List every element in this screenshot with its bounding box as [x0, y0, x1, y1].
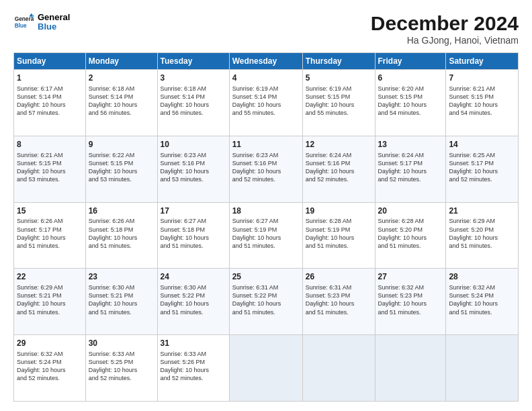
sunset: Sunset: 5:24 PM: [17, 358, 83, 366]
daylight-minutes: and 52 minutes.: [161, 374, 226, 382]
day-number: 1: [17, 73, 83, 84]
daylight-minutes: and 51 minutes.: [17, 308, 83, 316]
sunset: Sunset: 5:19 PM: [232, 226, 300, 234]
day-cell-26: 26 Sunrise: 6:31 AM Sunset: 5:23 PM Dayl…: [302, 269, 375, 335]
sunset: Sunset: 5:15 PM: [449, 93, 515, 101]
daylight-label: Daylight: 10 hours: [232, 101, 300, 109]
daylight-minutes: and 57 minutes.: [17, 109, 83, 117]
day-number: 18: [232, 205, 300, 217]
day-cell-19: 19 Sunrise: 6:28 AM Sunset: 5:19 PM Dayl…: [302, 202, 375, 269]
day-number: 26: [306, 271, 372, 283]
daylight-label: Daylight: 10 hours: [306, 167, 372, 175]
day-number: 24: [161, 271, 226, 283]
daylight-label: Daylight: 10 hours: [378, 167, 443, 175]
sunrise: Sunrise: 6:24 AM: [306, 151, 372, 159]
daylight-label: Daylight: 10 hours: [378, 300, 443, 308]
sunrise: Sunrise: 6:23 AM: [232, 151, 300, 159]
sub-title: Ha GJong, Hanoi, Vietnam: [371, 35, 519, 46]
empty-cell: [375, 335, 446, 402]
day-number: 29: [17, 338, 83, 349]
week-row-4: 22 Sunrise: 6:29 AM Sunset: 5:21 PM Dayl…: [14, 269, 519, 335]
sunset: Sunset: 5:22 PM: [232, 291, 300, 300]
logo: General Blue General Blue: [13, 12, 70, 32]
day-number: 17: [161, 205, 226, 217]
week-row-2: 8 Sunrise: 6:21 AM Sunset: 5:15 PM Dayli…: [14, 136, 519, 202]
sunrise: Sunrise: 6:32 AM: [17, 350, 83, 358]
sunrise: Sunrise: 6:33 AM: [89, 350, 154, 358]
daylight-minutes: and 51 minutes.: [161, 308, 226, 316]
sunset: Sunset: 5:18 PM: [161, 226, 226, 234]
sunset: Sunset: 5:21 PM: [89, 291, 154, 300]
sunset: Sunset: 5:23 PM: [306, 291, 372, 300]
daylight-label: Daylight: 10 hours: [17, 234, 83, 242]
day-number: 8: [17, 139, 83, 150]
daylight-label: Daylight: 10 hours: [89, 234, 154, 242]
daylight-label: Daylight: 10 hours: [161, 101, 226, 109]
empty-cell: [446, 335, 519, 402]
day-cell-1: 1 Sunrise: 6:17 AM Sunset: 5:14 PM Dayli…: [14, 70, 86, 136]
logo-general: General: [38, 13, 70, 22]
col-header-saturday: Saturday: [446, 53, 519, 70]
daylight-label: Daylight: 10 hours: [232, 167, 300, 175]
daylight-minutes: and 51 minutes.: [449, 242, 515, 250]
daylight-label: Daylight: 10 hours: [232, 234, 300, 242]
sunrise: Sunrise: 6:29 AM: [449, 217, 515, 225]
sunrise: Sunrise: 6:25 AM: [449, 151, 515, 159]
day-cell-30: 30 Sunrise: 6:33 AM Sunset: 5:25 PM Dayl…: [85, 335, 157, 402]
day-cell-31: 31 Sunrise: 6:33 AM Sunset: 5:26 PM Dayl…: [157, 335, 229, 402]
day-cell-8: 8 Sunrise: 6:21 AM Sunset: 5:15 PM Dayli…: [14, 136, 86, 202]
sunset: Sunset: 5:14 PM: [89, 93, 154, 101]
daylight-label: Daylight: 10 hours: [89, 167, 154, 175]
sunset: Sunset: 5:24 PM: [449, 291, 515, 300]
day-number: 11: [232, 139, 300, 150]
main-title: December 2024: [371, 12, 519, 35]
sunset: Sunset: 5:16 PM: [306, 159, 372, 167]
sunrise: Sunrise: 6:31 AM: [232, 283, 300, 291]
daylight-label: Daylight: 10 hours: [17, 167, 83, 175]
sunset: Sunset: 5:15 PM: [306, 93, 372, 101]
day-number: 16: [89, 205, 154, 217]
sunset: Sunset: 5:14 PM: [232, 93, 300, 101]
daylight-label: Daylight: 10 hours: [161, 167, 226, 175]
sunset: Sunset: 5:20 PM: [449, 226, 515, 234]
daylight-minutes: and 52 minutes.: [232, 175, 300, 183]
daylight-minutes: and 51 minutes.: [161, 242, 226, 250]
daylight-label: Daylight: 10 hours: [449, 300, 515, 308]
day-cell-5: 5 Sunrise: 6:19 AM Sunset: 5:15 PM Dayli…: [302, 70, 375, 136]
day-number: 31: [161, 338, 226, 349]
day-cell-23: 23 Sunrise: 6:30 AM Sunset: 5:21 PM Dayl…: [85, 269, 157, 335]
day-cell-17: 17 Sunrise: 6:27 AM Sunset: 5:18 PM Dayl…: [157, 202, 229, 269]
daylight-label: Daylight: 10 hours: [161, 234, 226, 242]
sunset: Sunset: 5:22 PM: [161, 291, 226, 300]
sunrise: Sunrise: 6:18 AM: [89, 85, 154, 93]
sunset: Sunset: 5:16 PM: [232, 159, 300, 167]
day-number: 28: [449, 271, 515, 283]
sunset: Sunset: 5:20 PM: [378, 226, 443, 234]
sunrise: Sunrise: 6:19 AM: [306, 85, 372, 93]
daylight-label: Daylight: 10 hours: [17, 101, 83, 109]
daylight-label: Daylight: 10 hours: [449, 234, 515, 242]
sunrise: Sunrise: 6:20 AM: [378, 85, 443, 93]
day-cell-15: 15 Sunrise: 6:26 AM Sunset: 5:17 PM Dayl…: [14, 202, 86, 269]
logo-blue: Blue: [38, 22, 70, 32]
day-cell-10: 10 Sunrise: 6:23 AM Sunset: 5:16 PM Dayl…: [157, 136, 229, 202]
day-number: 13: [378, 139, 443, 150]
day-number: 25: [232, 271, 300, 283]
day-number: 3: [161, 73, 226, 84]
sunrise: Sunrise: 6:21 AM: [449, 85, 515, 93]
sunset: Sunset: 5:17 PM: [17, 226, 83, 234]
day-cell-28: 28 Sunrise: 6:32 AM Sunset: 5:24 PM Dayl…: [446, 269, 519, 335]
daylight-label: Daylight: 10 hours: [161, 366, 226, 374]
day-cell-29: 29 Sunrise: 6:32 AM Sunset: 5:24 PM Dayl…: [14, 335, 86, 402]
day-number: 19: [306, 205, 372, 217]
day-cell-24: 24 Sunrise: 6:30 AM Sunset: 5:22 PM Dayl…: [157, 269, 229, 335]
day-number: 7: [449, 73, 515, 84]
sunrise: Sunrise: 6:33 AM: [161, 350, 226, 358]
col-header-sunday: Sunday: [14, 53, 86, 70]
title-block: December 2024 Ha GJong, Hanoi, Vietnam: [371, 12, 519, 46]
daylight-minutes: and 56 minutes.: [161, 109, 226, 117]
daylight-minutes: and 52 minutes.: [89, 374, 154, 382]
sunset: Sunset: 5:21 PM: [17, 291, 83, 300]
day-cell-20: 20 Sunrise: 6:28 AM Sunset: 5:20 PM Dayl…: [375, 202, 446, 269]
sunrise: Sunrise: 6:27 AM: [161, 217, 226, 225]
